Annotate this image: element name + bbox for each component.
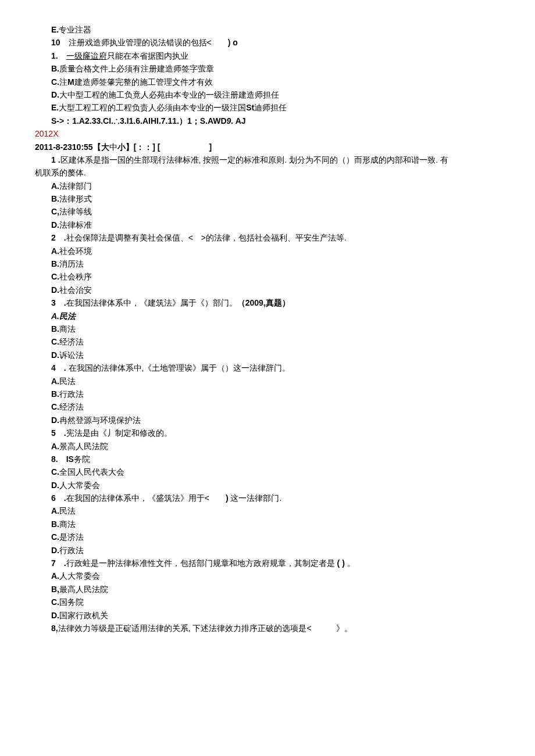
text-line: 10 注册戏造师执业管理的说法错误的包括< ) o [35,36,500,49]
text-line: B.法律形式 [35,192,500,205]
text-line: D.大中型工程的施工负竟人必苑由本专业的一级注册建造师担任 [35,88,500,101]
text-line: 2012X [35,127,500,140]
text-line: 2 .社会保障法是调整有美社会保值、< >的法律，包括社会福利、平安生产法等. [35,231,500,244]
text-line: D.法律标准 [35,218,500,231]
text-line: 8. IS务院 [35,453,500,465]
text-line: B.质量合格文件上必须有注册建造师签字萤章 [35,62,500,75]
text-line: C.是济法 [35,531,500,543]
document-body: E.专业注器10 注册戏造师执业管理的说法错误的包括< ) o1. 一级窿迨府只… [35,23,500,635]
text-line: 2011-8-2310:55【大中小】[：：] [ ] [35,141,500,153]
text-line: C,法律等线 [35,205,500,218]
text-line: B,最高人民法院 [35,583,500,596]
text-line: B.消历法 [35,257,500,270]
text-line: D.国家行政机关 [35,609,500,622]
text-line: A.民法 [35,375,500,388]
text-line: D.行政法 [35,544,500,557]
text-line: C.经济法 [35,335,500,348]
text-line: C.全国人民代表大会 [35,465,500,478]
text-line: A.法律部门 [35,180,500,192]
text-line: D.人大常委会 [35,479,500,492]
text-line: C.经济法 [35,400,500,413]
text-line: 5 .宪法是由《丿制定和修改的。 [35,427,500,439]
text-line: B.商法 [35,323,500,335]
text-line: C.国务院 [35,596,500,608]
text-line: 7 .行政蛀是一肿法律标准性文件，包括部门规章和地方政府规章，其制定者是 ( )… [35,557,500,569]
text-line: 1. 一级窿迨府只能在本省据图内执业 [35,49,500,62]
text-line: E.专业注器 [35,23,500,36]
text-line: D.冉然登源与环境保护法 [35,414,500,427]
text-line: B.商法 [35,518,500,531]
text-line: 8,法律效力等级是正碇适用法律的关系, 下述法律效力排序正破的选项是< 》。 [35,622,500,635]
text-line: D.诉讼法 [35,349,500,361]
text-line: A.社会环境 [35,245,500,257]
text-line: 4 . 在我国的法律体系中,《土地管理诶》属于（）这一法律辞门。 [35,361,500,374]
text-line: A.民法 [35,310,500,323]
text-line: 6 .在我国的法律体系中，《盛筑法》用于< ) 这一法律部门. [35,492,500,504]
text-line: C.社会秩序 [35,270,500,283]
text-line: A.民法 [35,504,500,517]
text-line: D.社会治安 [35,284,500,296]
text-line: 1 .区建体系是指一国的生部现行法律标准, 按照一定的标准和原则. 划分为不同的… [35,153,500,166]
text-line: A.人大常委会 [35,569,500,582]
text-line: B.行政法 [35,388,500,400]
text-line: E.大型工程工程的工程负责人必须由本专业的一级注国St迪师担任 [35,101,500,114]
text-line: A.景高人民法院 [35,440,500,453]
text-line: 3 .在我国法律体系中，《建筑法》属于《）部门。（2009,真题） [35,296,500,309]
text-line: S->：1.A2.33.CI.∴3.I1.6.AIHI.7.11.）1；S.AW… [35,114,500,127]
text-line: C.注M建造师签肇完整的施工管理文件才有效 [35,76,500,88]
text-line: 机联系的嫠体. [35,166,500,179]
